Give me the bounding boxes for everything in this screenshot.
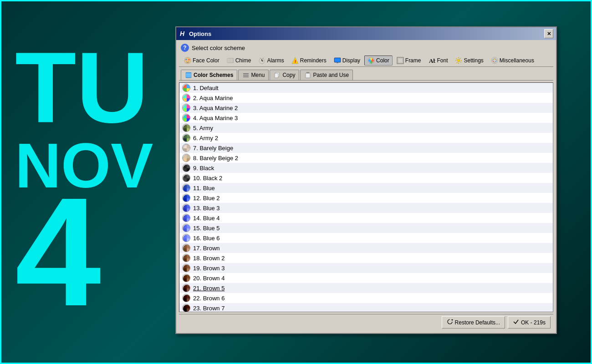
info-icon: ? xyxy=(181,44,189,52)
color-scheme-label: 14. Blue 4 xyxy=(193,215,220,222)
svg-text:Ab: Ab xyxy=(429,57,435,64)
color-scheme-label: 22. Brown 6 xyxy=(193,295,225,302)
list-item[interactable]: 12. Blue 2 xyxy=(179,193,553,203)
reminders-icon: ! xyxy=(291,57,299,64)
color-schemes-list-area: 1. Default 2. Aqua Marine 3. Aqua Marine… xyxy=(179,82,553,312)
display-icon xyxy=(334,57,341,64)
list-item[interactable]: 2. Aqua Marine xyxy=(179,93,553,103)
font-icon: Ab xyxy=(428,57,435,64)
color-scheme-icon xyxy=(182,244,190,252)
color-scheme-label: 17. Brown xyxy=(193,245,220,252)
color-scheme-icon xyxy=(182,104,190,112)
tab-paste-and-use-label: Paste and Use xyxy=(313,72,349,78)
tab-menu[interactable]: Menu xyxy=(238,70,269,80)
list-item[interactable]: 8. Barely Beige 2 xyxy=(179,153,553,163)
ok-label: OK - 219s xyxy=(521,319,546,326)
svg-point-22 xyxy=(457,59,460,62)
ok-check-icon xyxy=(513,318,519,326)
list-item[interactable]: 15. Blue 5 xyxy=(179,223,553,233)
color-scheme-icon xyxy=(182,94,190,102)
color-scheme-icon xyxy=(182,184,190,192)
list-item[interactable]: 13. Blue 3 xyxy=(179,203,553,213)
options-dialog: H Options ✕ ? Select color scheme xyxy=(175,26,557,334)
tab-color-schemes-label: Color Schemes xyxy=(194,72,233,78)
info-bar: ? Select color scheme xyxy=(179,43,553,53)
list-item[interactable]: 5. Army xyxy=(179,123,553,133)
list-item[interactable]: 14. Blue 4 xyxy=(179,213,553,223)
dialog-title-text: Options xyxy=(189,30,211,37)
tab-copy[interactable]: Copy xyxy=(270,70,299,80)
color-scheme-icon xyxy=(182,124,190,132)
color-scheme-icon xyxy=(182,114,190,122)
color-scheme-label: 16. Blue 6 xyxy=(193,235,220,242)
toolbar-display-label: Display xyxy=(342,57,360,64)
color-scheme-label: 4. Aqua Marine 3 xyxy=(193,115,238,121)
color-scheme-label: 1. Default xyxy=(193,85,219,91)
svg-rect-32 xyxy=(243,75,249,76)
svg-point-27 xyxy=(493,61,494,62)
toolbar-face-color-label: Face Color xyxy=(193,57,219,64)
list-item[interactable]: 20. Brown 4 xyxy=(179,273,553,283)
list-item[interactable]: 10. Black 2 xyxy=(179,173,553,183)
color-scheme-label: 9. Black xyxy=(193,165,214,172)
svg-line-11 xyxy=(260,58,261,59)
list-item[interactable]: 23. Brown 7 xyxy=(179,303,553,312)
list-item[interactable]: 9. Black xyxy=(179,163,553,173)
toolbar-color-label: Color xyxy=(376,57,389,64)
svg-rect-16 xyxy=(335,58,340,62)
copy-tab-icon xyxy=(274,71,281,79)
color-scheme-label: 7. Barely Beige xyxy=(193,145,233,152)
list-item[interactable]: 19. Brown 3 xyxy=(179,263,553,273)
toolbar-settings[interactable]: Settings xyxy=(452,56,486,66)
frame-icon xyxy=(397,57,404,64)
toolbar-display[interactable]: Display xyxy=(331,56,363,66)
tab-color-schemes[interactable]: Color Schemes xyxy=(181,70,237,80)
list-item[interactable]: 18. Brown 2 xyxy=(179,253,553,263)
miscellaneous-icon xyxy=(491,57,498,64)
bg-text-4: 4 xyxy=(15,174,101,329)
color-scheme-icon xyxy=(182,84,190,92)
app-icon: H xyxy=(179,30,186,37)
settings-icon xyxy=(455,57,462,64)
toolbar-font[interactable]: Ab Font xyxy=(425,56,451,66)
list-item[interactable]: 22. Brown 6 xyxy=(179,293,553,303)
toolbar-color[interactable]: Color xyxy=(364,56,393,66)
toolbar-frame-label: Frame xyxy=(405,57,421,64)
close-button[interactable]: ✕ xyxy=(544,29,553,38)
list-item[interactable]: 1. Default xyxy=(179,83,553,93)
chime-icon xyxy=(227,57,234,64)
svg-rect-35 xyxy=(275,73,278,78)
list-item[interactable]: 3. Aqua Marine 2 xyxy=(179,103,553,113)
color-scheme-icon xyxy=(182,304,190,312)
color-schemes-list[interactable]: 1. Default 2. Aqua Marine 3. Aqua Marine… xyxy=(179,83,553,312)
svg-point-25 xyxy=(494,59,495,60)
toolbar-frame[interactable]: Frame xyxy=(393,56,424,66)
tab-paste-and-use[interactable]: Paste and Use xyxy=(300,70,353,80)
svg-rect-28 xyxy=(186,72,191,78)
list-item[interactable]: 6. Army 2 xyxy=(179,133,553,143)
color-scheme-icon xyxy=(182,174,190,182)
svg-text:!: ! xyxy=(295,59,296,64)
list-item[interactable]: 16. Blue 6 xyxy=(179,233,553,243)
toolbar-miscellaneous[interactable]: Miscellaneous xyxy=(488,56,537,66)
dialog-titlebar: H Options ✕ xyxy=(176,27,556,40)
color-schemes-tab-icon xyxy=(185,71,192,79)
list-item[interactable]: 7. Barely Beige xyxy=(179,143,553,153)
color-scheme-label: 15. Blue 5 xyxy=(193,225,220,232)
toolbar-chime[interactable]: Chime xyxy=(224,56,255,66)
info-text: Select color scheme xyxy=(192,45,245,51)
toolbar-alarms[interactable]: Alarms xyxy=(255,56,287,66)
list-item[interactable]: 4. Aqua Marine 3 xyxy=(179,113,553,123)
bg-text-tu: TU xyxy=(15,38,148,138)
color-scheme-icon xyxy=(182,224,190,232)
restore-defaults-button[interactable]: Restore Defaults... xyxy=(442,316,505,329)
dialog-title: H Options xyxy=(179,30,211,37)
list-item[interactable]: 17. Brown xyxy=(179,243,553,253)
toolbar-face-color[interactable]: Face Color xyxy=(181,56,223,66)
toolbar-reminders[interactable]: ! Reminders xyxy=(288,56,330,66)
list-item[interactable]: 21. Brown 5 xyxy=(179,283,553,293)
svg-point-3 xyxy=(189,59,190,61)
color-scheme-label: 13. Blue 3 xyxy=(193,205,220,212)
list-item[interactable]: 11. Blue xyxy=(179,183,553,193)
ok-button[interactable]: OK - 219s xyxy=(508,316,551,329)
